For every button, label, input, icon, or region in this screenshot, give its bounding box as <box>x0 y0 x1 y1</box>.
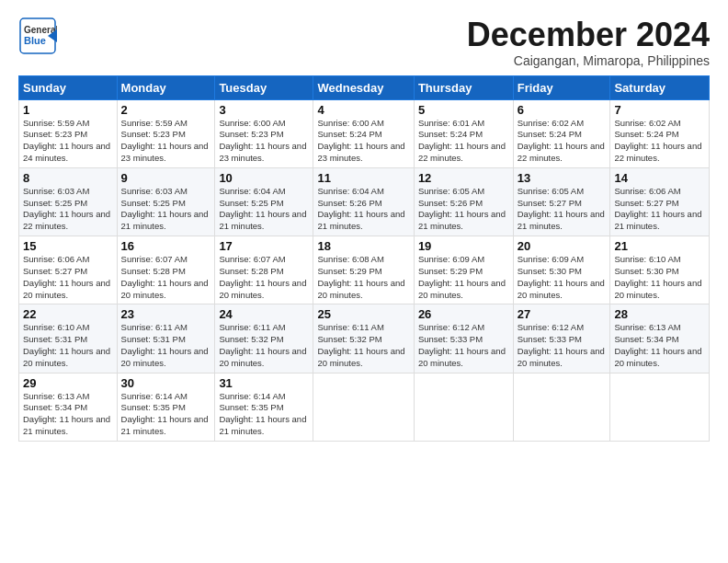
day-number: 8 <box>23 171 113 185</box>
calendar-cell: 14Sunrise: 6:06 AM Sunset: 5:27 PM Dayli… <box>610 167 710 236</box>
calendar-week-row: 1Sunrise: 5:59 AM Sunset: 5:23 PM Daylig… <box>19 99 710 167</box>
cell-sun-info: Sunrise: 6:05 AM Sunset: 5:26 PM Dayligh… <box>418 186 509 233</box>
day-number: 17 <box>219 239 309 253</box>
day-number: 16 <box>121 239 211 253</box>
cell-sun-info: Sunrise: 6:00 AM Sunset: 5:23 PM Dayligh… <box>219 118 309 165</box>
calendar-cell: 4Sunrise: 6:00 AM Sunset: 5:24 PM Daylig… <box>313 99 414 167</box>
calendar-table: Sunday Monday Tuesday Wednesday Thursday… <box>18 75 710 442</box>
cell-sun-info: Sunrise: 6:13 AM Sunset: 5:34 PM Dayligh… <box>23 391 113 438</box>
cell-sun-info: Sunrise: 6:04 AM Sunset: 5:26 PM Dayligh… <box>317 186 409 233</box>
cell-sun-info: Sunrise: 6:01 AM Sunset: 5:24 PM Dayligh… <box>418 118 509 165</box>
cell-sun-info: Sunrise: 6:11 AM Sunset: 5:32 PM Dayligh… <box>317 322 409 369</box>
calendar-cell: 16Sunrise: 6:07 AM Sunset: 5:28 PM Dayli… <box>117 236 215 304</box>
day-number: 31 <box>219 376 309 390</box>
calendar-week-row: 29Sunrise: 6:13 AM Sunset: 5:34 PM Dayli… <box>19 373 710 441</box>
calendar-cell <box>414 373 513 441</box>
logo: General Blue <box>18 17 57 55</box>
cell-sun-info: Sunrise: 6:09 AM Sunset: 5:29 PM Dayligh… <box>418 254 509 301</box>
cell-sun-info: Sunrise: 6:03 AM Sunset: 5:25 PM Dayligh… <box>23 186 113 233</box>
cell-sun-info: Sunrise: 6:02 AM Sunset: 5:24 PM Dayligh… <box>614 118 705 165</box>
day-number: 24 <box>219 307 309 321</box>
day-number: 14 <box>614 171 705 185</box>
calendar-cell: 19Sunrise: 6:09 AM Sunset: 5:29 PM Dayli… <box>414 236 513 304</box>
calendar-cell: 17Sunrise: 6:07 AM Sunset: 5:28 PM Dayli… <box>215 236 313 304</box>
day-number: 15 <box>23 239 113 253</box>
cell-sun-info: Sunrise: 6:14 AM Sunset: 5:35 PM Dayligh… <box>219 391 309 438</box>
day-number: 29 <box>23 376 113 390</box>
cell-sun-info: Sunrise: 6:05 AM Sunset: 5:27 PM Dayligh… <box>518 186 607 233</box>
col-monday: Monday <box>117 75 215 99</box>
col-friday: Friday <box>513 75 610 99</box>
day-number: 25 <box>317 307 409 321</box>
calendar-week-row: 8Sunrise: 6:03 AM Sunset: 5:25 PM Daylig… <box>19 167 710 236</box>
day-number: 19 <box>418 239 509 253</box>
day-number: 11 <box>317 171 409 185</box>
calendar-week-row: 15Sunrise: 6:06 AM Sunset: 5:27 PM Dayli… <box>19 236 710 304</box>
col-thursday: Thursday <box>414 75 513 99</box>
cell-sun-info: Sunrise: 6:09 AM Sunset: 5:30 PM Dayligh… <box>518 254 607 301</box>
title-area: December 2024 Caigangan, Mimaropa, Phili… <box>467 17 710 68</box>
day-number: 13 <box>518 171 607 185</box>
calendar-week-row: 22Sunrise: 6:10 AM Sunset: 5:31 PM Dayli… <box>19 304 710 373</box>
day-number: 3 <box>219 103 309 117</box>
day-number: 5 <box>418 103 509 117</box>
day-number: 4 <box>317 103 409 117</box>
cell-sun-info: Sunrise: 5:59 AM Sunset: 5:23 PM Dayligh… <box>121 118 211 165</box>
svg-text:Blue: Blue <box>24 35 46 46</box>
calendar-cell: 15Sunrise: 6:06 AM Sunset: 5:27 PM Dayli… <box>19 236 118 304</box>
calendar-cell: 6Sunrise: 6:02 AM Sunset: 5:24 PM Daylig… <box>513 99 610 167</box>
calendar-cell: 12Sunrise: 6:05 AM Sunset: 5:26 PM Dayli… <box>414 167 513 236</box>
calendar-cell: 29Sunrise: 6:13 AM Sunset: 5:34 PM Dayli… <box>19 373 118 441</box>
calendar-cell: 27Sunrise: 6:12 AM Sunset: 5:33 PM Dayli… <box>513 304 610 373</box>
calendar-cell: 8Sunrise: 6:03 AM Sunset: 5:25 PM Daylig… <box>19 167 118 236</box>
calendar-header-row: Sunday Monday Tuesday Wednesday Thursday… <box>19 75 710 99</box>
cell-sun-info: Sunrise: 6:06 AM Sunset: 5:27 PM Dayligh… <box>614 186 705 233</box>
calendar-cell: 21Sunrise: 6:10 AM Sunset: 5:30 PM Dayli… <box>610 236 710 304</box>
cell-sun-info: Sunrise: 6:11 AM Sunset: 5:32 PM Dayligh… <box>219 322 309 369</box>
calendar-cell: 22Sunrise: 6:10 AM Sunset: 5:31 PM Dayli… <box>19 304 118 373</box>
calendar-cell: 31Sunrise: 6:14 AM Sunset: 5:35 PM Dayli… <box>215 373 313 441</box>
day-number: 23 <box>121 307 211 321</box>
cell-sun-info: Sunrise: 6:13 AM Sunset: 5:34 PM Dayligh… <box>614 322 705 369</box>
calendar-cell: 28Sunrise: 6:13 AM Sunset: 5:34 PM Dayli… <box>610 304 710 373</box>
day-number: 22 <box>23 307 113 321</box>
calendar-cell <box>313 373 414 441</box>
day-number: 28 <box>614 307 705 321</box>
cell-sun-info: Sunrise: 6:00 AM Sunset: 5:24 PM Dayligh… <box>317 118 409 165</box>
day-number: 12 <box>418 171 509 185</box>
cell-sun-info: Sunrise: 6:03 AM Sunset: 5:25 PM Dayligh… <box>121 186 211 233</box>
cell-sun-info: Sunrise: 6:10 AM Sunset: 5:30 PM Dayligh… <box>614 254 705 301</box>
calendar-cell: 20Sunrise: 6:09 AM Sunset: 5:30 PM Dayli… <box>513 236 610 304</box>
calendar-cell: 3Sunrise: 6:00 AM Sunset: 5:23 PM Daylig… <box>215 99 313 167</box>
day-number: 21 <box>614 239 705 253</box>
col-sunday: Sunday <box>19 75 118 99</box>
day-number: 20 <box>518 239 607 253</box>
calendar-cell: 25Sunrise: 6:11 AM Sunset: 5:32 PM Dayli… <box>313 304 414 373</box>
cell-sun-info: Sunrise: 6:08 AM Sunset: 5:29 PM Dayligh… <box>317 254 409 301</box>
day-number: 7 <box>614 103 705 117</box>
day-number: 2 <box>121 103 211 117</box>
calendar-cell: 23Sunrise: 6:11 AM Sunset: 5:31 PM Dayli… <box>117 304 215 373</box>
calendar-cell: 11Sunrise: 6:04 AM Sunset: 5:26 PM Dayli… <box>313 167 414 236</box>
calendar-cell: 30Sunrise: 6:14 AM Sunset: 5:35 PM Dayli… <box>117 373 215 441</box>
calendar-cell: 26Sunrise: 6:12 AM Sunset: 5:33 PM Dayli… <box>414 304 513 373</box>
cell-sun-info: Sunrise: 6:12 AM Sunset: 5:33 PM Dayligh… <box>418 322 509 369</box>
day-number: 27 <box>518 307 607 321</box>
day-number: 26 <box>418 307 509 321</box>
cell-sun-info: Sunrise: 6:10 AM Sunset: 5:31 PM Dayligh… <box>23 322 113 369</box>
day-number: 30 <box>121 376 211 390</box>
cell-sun-info: Sunrise: 6:11 AM Sunset: 5:31 PM Dayligh… <box>121 322 211 369</box>
calendar-cell <box>513 373 610 441</box>
cell-sun-info: Sunrise: 6:12 AM Sunset: 5:33 PM Dayligh… <box>518 322 607 369</box>
location: Caigangan, Mimaropa, Philippines <box>467 53 710 68</box>
cell-sun-info: Sunrise: 6:02 AM Sunset: 5:24 PM Dayligh… <box>518 118 607 165</box>
logo-icon: General Blue <box>18 17 57 55</box>
cell-sun-info: Sunrise: 5:59 AM Sunset: 5:23 PM Dayligh… <box>23 118 113 165</box>
cell-sun-info: Sunrise: 6:06 AM Sunset: 5:27 PM Dayligh… <box>23 254 113 301</box>
day-number: 1 <box>23 103 113 117</box>
col-tuesday: Tuesday <box>215 75 313 99</box>
cell-sun-info: Sunrise: 6:07 AM Sunset: 5:28 PM Dayligh… <box>219 254 309 301</box>
calendar-cell <box>610 373 710 441</box>
calendar-cell: 5Sunrise: 6:01 AM Sunset: 5:24 PM Daylig… <box>414 99 513 167</box>
day-number: 6 <box>518 103 607 117</box>
